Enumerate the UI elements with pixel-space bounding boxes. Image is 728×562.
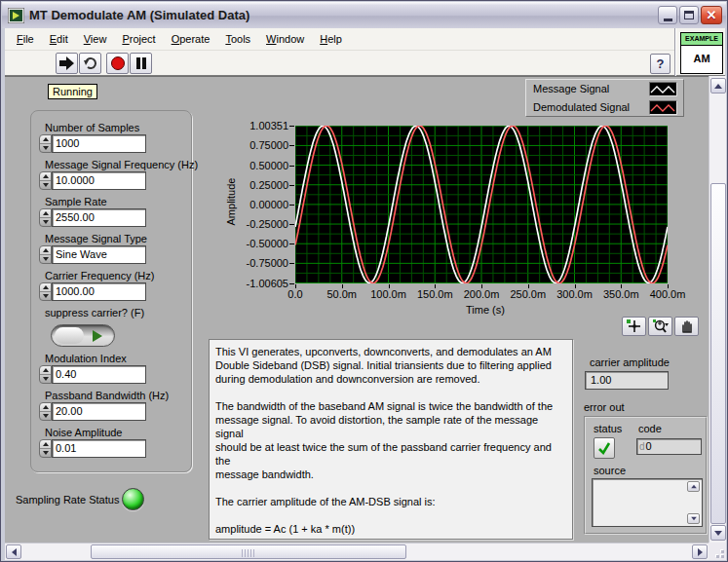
vertical-scrollbar[interactable]: [709, 76, 726, 543]
spin-up-button[interactable]: [40, 403, 51, 412]
zoom-tool-button[interactable]: [648, 317, 672, 336]
source-scroll-up-button[interactable]: [687, 481, 700, 492]
source-label: source: [594, 465, 626, 476]
control-value-field[interactable]: 10.0000: [52, 171, 146, 190]
y-tick: [289, 283, 294, 284]
spin-up-button[interactable]: [40, 440, 51, 449]
control-label-3: Message Signal Type: [45, 233, 191, 244]
scroll-left-button[interactable]: [6, 544, 21, 559]
legend-item-1[interactable]: Demodulated Signal: [526, 99, 683, 117]
control-label-7: Passband Bandwidth (Hz): [45, 390, 191, 401]
scroll-up-button[interactable]: [710, 78, 726, 94]
context-help-button[interactable]: ?: [650, 54, 671, 74]
menu-item-file[interactable]: File: [9, 30, 42, 48]
increment-decrement-spinner[interactable]: [39, 365, 52, 384]
close-button[interactable]: ✕: [701, 6, 722, 24]
spin-up-button[interactable]: [40, 283, 51, 292]
carrier-amplitude-label: carrier amplitude: [590, 356, 670, 368]
minimize-button[interactable]: [658, 6, 677, 24]
up-arrow-icon: [43, 248, 49, 252]
vertical-scroll-thumb[interactable]: [710, 183, 726, 524]
menu-item-view[interactable]: View: [76, 30, 115, 48]
title-bar[interactable]: MT Demodulate AM (Simulated Data) ✕: [2, 2, 726, 28]
spin-up-button[interactable]: [40, 366, 51, 375]
left-arrow-icon: [12, 548, 17, 556]
spin-down-button[interactable]: [40, 449, 51, 457]
cursor-tool-button[interactable]: [622, 317, 646, 336]
spin-up-button[interactable]: [40, 172, 51, 181]
numeric-control-8: 0.01: [39, 439, 191, 458]
spin-down-button[interactable]: [40, 412, 51, 420]
increment-decrement-spinner[interactable]: [39, 171, 52, 190]
control-label-1: Message Signal Frequency (Hz): [45, 159, 191, 170]
down-arrow-icon: [43, 146, 49, 150]
y-tick: [289, 224, 294, 225]
error-source-indicator: [592, 478, 703, 527]
source-scroll-down-button[interactable]: [687, 513, 700, 524]
control-value-field[interactable]: 1000.00: [52, 282, 146, 301]
graph-legend: Message SignalDemodulated Signal: [525, 79, 684, 117]
control-value-field[interactable]: 2550.00: [52, 208, 146, 227]
carrier-amplitude-indicator: 1.00: [585, 371, 669, 390]
spin-down-button[interactable]: [40, 375, 51, 383]
control-value-field[interactable]: 20.00: [52, 402, 146, 421]
legend-item-0[interactable]: Message Signal: [526, 81, 683, 98]
suppress-carrier-switch[interactable]: [51, 324, 115, 347]
spin-down-button[interactable]: [40, 218, 51, 226]
spin-up-button[interactable]: [40, 135, 51, 144]
numeric-control-1: 10.0000: [39, 171, 191, 190]
spin-down-button[interactable]: [40, 181, 51, 189]
spin-up-button[interactable]: [40, 209, 51, 218]
legend-plot-sample[interactable]: [649, 82, 677, 96]
menu-item-tools[interactable]: Tools: [217, 30, 258, 48]
pause-button[interactable]: [130, 53, 152, 74]
control-value-field[interactable]: 0.01: [52, 439, 146, 458]
spin-down-button[interactable]: [40, 292, 51, 300]
spin-down-button[interactable]: [40, 255, 51, 263]
menu-item-window[interactable]: Window: [258, 30, 312, 48]
up-arrow-icon: [43, 137, 49, 141]
up-arrow-icon: [43, 211, 49, 215]
control-value-field[interactable]: 1000: [52, 134, 146, 153]
y-tick-label: 0.50000: [230, 160, 288, 171]
legend-plot-sample[interactable]: [649, 100, 677, 115]
increment-decrement-spinner[interactable]: [39, 134, 52, 153]
numeric-control-4: 1000.00: [39, 282, 191, 301]
menu-item-operate[interactable]: Operate: [164, 30, 218, 48]
run-continuously-button[interactable]: [79, 53, 101, 74]
spin-up-button[interactable]: [40, 246, 51, 255]
horizontal-scrollbar[interactable]: [5, 543, 709, 560]
control-value-field[interactable]: Sine Wave: [52, 245, 146, 264]
increment-decrement-spinner[interactable]: [39, 245, 52, 264]
menu-item-edit[interactable]: Edit: [42, 30, 76, 48]
down-arrow-icon: [43, 183, 49, 187]
maximize-button[interactable]: [679, 6, 699, 24]
increment-decrement-spinner[interactable]: [39, 282, 52, 301]
error-status-indicator: [594, 437, 615, 459]
menu-item-project[interactable]: Project: [114, 30, 163, 48]
down-arrow-icon: [43, 220, 49, 224]
resize-grip[interactable]: [709, 543, 726, 560]
control-label-4: Carrier Frequency (Hz): [45, 270, 191, 281]
up-arrow-icon: [43, 368, 49, 372]
toolbar: [5, 51, 674, 76]
spin-down-button[interactable]: [40, 144, 51, 152]
window-title: MT Demodulate AM (Simulated Data): [29, 8, 656, 22]
menu-item-help[interactable]: Help: [312, 30, 350, 48]
increment-decrement-spinner[interactable]: [39, 208, 52, 227]
running-status-label: Running: [48, 84, 97, 99]
scroll-down-button[interactable]: [710, 525, 726, 541]
pan-tool-button[interactable]: [674, 317, 699, 336]
close-icon: ✕: [707, 9, 717, 21]
increment-decrement-spinner[interactable]: [39, 439, 52, 458]
abort-button[interactable]: [106, 53, 129, 74]
vi-icon-example-am[interactable]: EXAMPLE AM: [680, 32, 723, 74]
run-button[interactable]: [56, 53, 78, 74]
labview-vi-icon: [8, 8, 24, 23]
horizontal-scroll-thumb[interactable]: [91, 544, 406, 559]
scroll-right-button[interactable]: [692, 544, 708, 559]
right-arrow-icon: [698, 548, 703, 556]
increment-decrement-spinner[interactable]: [39, 402, 52, 421]
y-tick: [289, 244, 294, 244]
control-value-field[interactable]: 0.40: [52, 365, 146, 384]
